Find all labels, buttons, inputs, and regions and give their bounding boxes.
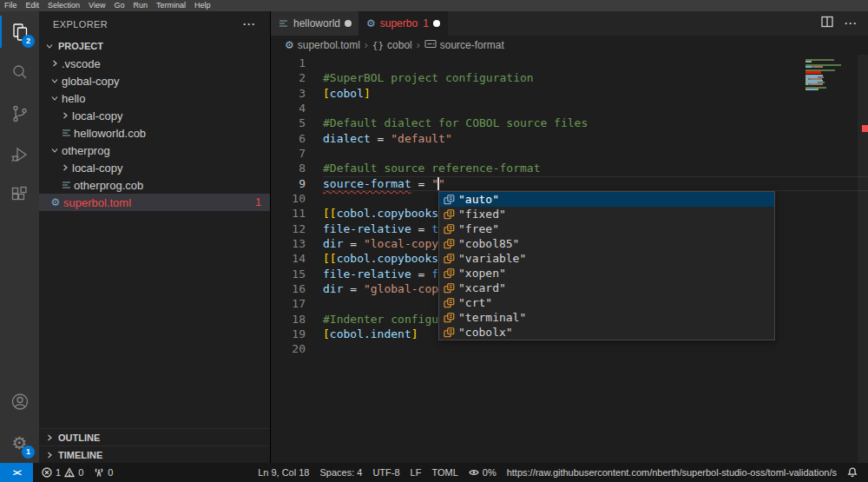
enum-member-icon [443, 224, 455, 234]
menu-run[interactable]: Run [133, 0, 148, 11]
minimap[interactable] [806, 57, 849, 92]
line-number[interactable]: 18 [271, 312, 306, 327]
suggestion-variable[interactable]: "variable" [439, 251, 774, 266]
menu-view[interactable]: View [89, 0, 105, 11]
tree-item-superbol-toml[interactable]: ⚙superbol.toml1 [39, 194, 270, 211]
line-number[interactable]: 2 [271, 70, 306, 85]
suggestion-auto[interactable]: "auto" [439, 192, 774, 207]
tree-item-otherprog-cob[interactable]: otherprog.cob [39, 176, 270, 194]
breadcrumb-item-source-format[interactable]: source-format [424, 39, 504, 51]
line-number-gutter[interactable]: 1234567891011121314151617181920 [271, 56, 306, 357]
line-number[interactable]: 9 [271, 176, 306, 191]
line-number[interactable]: 3 [271, 86, 306, 101]
status-indentation[interactable]: Spaces: 4 [314, 463, 367, 482]
tree-item-local-copy[interactable]: local-copy [39, 159, 270, 176]
menu-help[interactable]: Help [194, 0, 211, 11]
line-number[interactable]: 12 [271, 221, 306, 236]
activity-search[interactable] [0, 52, 39, 93]
token: ] [364, 87, 371, 100]
tree-item-otherprog[interactable]: otherprog [39, 142, 270, 159]
sidebar-title-row: EXPLORER ··· [39, 11, 270, 37]
line-number[interactable]: 10 [271, 191, 306, 206]
tree-item-local-copy[interactable]: local-copy [39, 107, 270, 124]
status-preview[interactable]: 0% [464, 463, 502, 482]
status-encoding[interactable]: UTF-8 [367, 463, 404, 482]
section-header-outline[interactable]: OUTLINE [39, 428, 270, 446]
breadcrumb-item-cobol[interactable]: {}cobol [372, 39, 412, 51]
suggestion-terminal[interactable]: "terminal" [439, 310, 774, 325]
activity-explorer[interactable]: 2 [0, 11, 39, 52]
more-actions-icon[interactable]: ··· [845, 17, 858, 30]
suggestion-crt[interactable]: "crt" [439, 295, 774, 310]
line-number[interactable]: 11 [271, 206, 306, 221]
tab-helloworld-cob[interactable]: helloworld.cob [271, 11, 359, 36]
section-header-project[interactable]: PROJECT [39, 37, 270, 55]
suggestion-xcard[interactable]: "xcard" [439, 281, 774, 295]
line-number[interactable]: 7 [271, 146, 306, 161]
tree-item-hello[interactable]: hello [39, 89, 270, 107]
line-number[interactable]: 5 [271, 116, 306, 130]
suggestion-cobol85[interactable]: "cobol85" [439, 236, 774, 251]
line-number[interactable]: 20 [271, 341, 306, 356]
suggestion-fixed[interactable]: "fixed" [439, 207, 774, 221]
tab-superbol-toml[interactable]: ⚙superbol.toml1 [359, 11, 448, 36]
token: #Default source reference-format [323, 162, 540, 175]
remote-indicator-button[interactable]: >< [0, 463, 33, 482]
line-number[interactable]: 16 [271, 281, 306, 296]
chevron-separator-icon: › [365, 39, 368, 51]
suggestion-label: "xcard" [458, 281, 506, 295]
minimap-segment [806, 69, 835, 71]
status-language-mode[interactable]: TOML [426, 463, 463, 482]
tree-item--vscode[interactable]: .vscode [39, 55, 270, 72]
menu-selection[interactable]: Selection [48, 0, 80, 11]
warning-count: 0 [78, 467, 83, 478]
menu-go[interactable]: Go [114, 0, 124, 11]
activity-run-and-debug[interactable] [0, 134, 39, 175]
line-number[interactable]: 13 [271, 236, 306, 251]
modified-dot-icon [433, 20, 440, 27]
activity-manage[interactable]: ⚙1 [0, 422, 39, 463]
enum-member-icon [443, 239, 455, 249]
suggestion-xopen[interactable]: "xopen" [439, 266, 774, 281]
editor-scrollbar[interactable] [858, 55, 868, 463]
line-number[interactable]: 19 [271, 327, 306, 341]
notifications-bell[interactable] [842, 463, 863, 482]
status-cursor-position[interactable]: Ln 9, Col 18 [253, 463, 314, 482]
line-number[interactable]: 4 [271, 101, 306, 116]
line-number[interactable]: 15 [271, 267, 306, 281]
status-eol[interactable]: LF [405, 463, 427, 482]
section-header-timeline[interactable]: TIMELINE [39, 446, 270, 463]
menu-edit[interactable]: Edit [26, 0, 40, 11]
tree-item-global-copy[interactable]: global-copy [39, 72, 270, 89]
line-number[interactable]: 8 [271, 161, 306, 175]
editor-content[interactable]: 1234567891011121314151617181920 #SuperBO… [271, 55, 868, 463]
activity-extensions[interactable] [0, 175, 39, 215]
menu-terminal[interactable]: Terminal [156, 0, 186, 11]
symbol-value-icon [424, 39, 437, 51]
suggestion-label: "free" [458, 221, 499, 236]
line-number[interactable]: 1 [271, 56, 306, 70]
explorer-more-actions-icon[interactable]: ··· [243, 18, 256, 30]
braces-icon: {} [372, 40, 384, 51]
menu-file[interactable]: File [4, 0, 17, 11]
tree-item-helloworld-cob[interactable]: helloworld.cob [39, 124, 270, 142]
suggestion-free[interactable]: "free" [439, 221, 774, 236]
split-editor[interactable] [820, 15, 834, 32]
search-icon [10, 63, 30, 83]
status-problems[interactable]: 10 [36, 463, 89, 482]
ports-count: 0 [108, 467, 113, 478]
activity-accounts[interactable] [0, 381, 39, 422]
token: = [411, 222, 431, 235]
activity-source-control[interactable] [0, 93, 39, 134]
status-ports[interactable]: 0 [89, 463, 118, 482]
minimap-segment [806, 89, 818, 90]
line-number[interactable]: 14 [271, 251, 306, 266]
line-number[interactable]: 6 [271, 131, 306, 146]
tree-item-label: .vscode [62, 57, 101, 70]
line-number[interactable]: 17 [271, 296, 306, 311]
suggestion-cobolx[interactable]: "cobolx" [439, 325, 774, 340]
minimap-segment [811, 83, 823, 85]
suggestion-label: "cobol85" [458, 236, 519, 251]
breadcrumb-item-superbol-toml[interactable]: ⚙superbol.toml [285, 39, 360, 51]
status-url[interactable]: https://raw.githubusercontent.com/nberth… [502, 463, 842, 482]
